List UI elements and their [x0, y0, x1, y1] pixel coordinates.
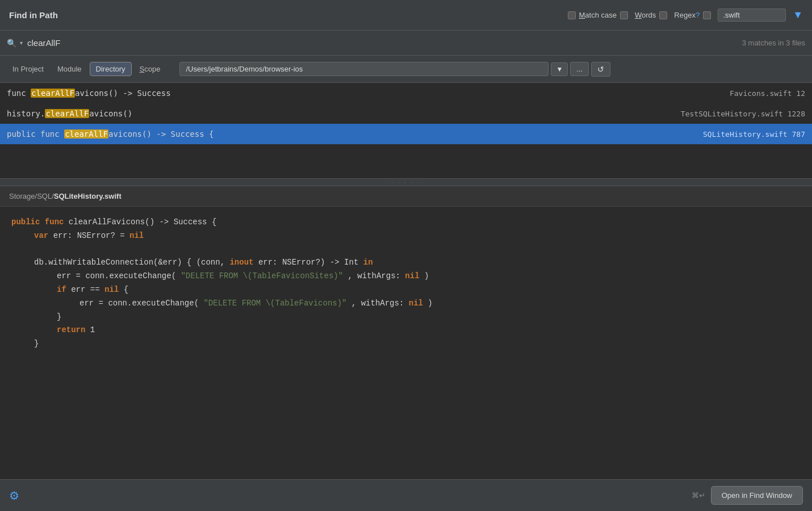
code-token: nil — [409, 299, 423, 308]
code-token: } — [34, 339, 39, 348]
regex-label: Regex? — [674, 11, 700, 19]
divider-dots: · · · · · — [391, 179, 421, 186]
tab-directory[interactable]: Directory — [90, 62, 132, 76]
match-case-underline: M — [579, 11, 585, 19]
result-match-1: clearAllF — [31, 89, 75, 98]
code-token: err: NSError?) -> Int — [258, 258, 363, 267]
code-token: func — [45, 217, 64, 227]
find-in-path-title: Find in Path — [9, 10, 58, 20]
code-token: inout — [229, 258, 253, 267]
table-row[interactable]: history.clearAllFavicons() TestSQLiteHis… — [0, 103, 812, 124]
file-filter-input[interactable] — [718, 9, 786, 22]
words-label: Words — [635, 11, 656, 19]
footer-bar: ⚙ ⌘↵ Open in Find Window — [0, 479, 812, 511]
code-line: db.withWritableConnection(&err) { (conn,… — [11, 256, 801, 270]
code-token: ) — [424, 271, 429, 280]
result-code-3: public func clearAllFavicons() -> Succes… — [7, 129, 703, 139]
code-line: err = conn.executeChange( "DELETE FROM \… — [11, 270, 801, 283]
code-line: if err == nil { — [11, 283, 801, 297]
code-token: "DELETE FROM \(TableFavicons)" — [203, 299, 346, 308]
header-options: Match case Words Regex? ▼ — [568, 9, 803, 22]
code-token: , withArgs: — [348, 271, 405, 280]
match-case-checkbox[interactable] — [568, 11, 576, 19]
tab-module[interactable]: Module — [52, 62, 87, 76]
match-case-checkbox2[interactable] — [620, 11, 628, 19]
tab-in-project[interactable]: In Project — [7, 62, 49, 76]
code-token: var — [34, 231, 48, 240]
result-match-2: clearAllF — [45, 109, 89, 118]
code-line: public func clearAllFavicons() -> Succes… — [11, 216, 801, 229]
code-token: ) — [428, 299, 432, 308]
match-count: 3 matches in 3 files — [742, 39, 805, 47]
result-suffix-2: avicons() — [89, 109, 132, 118]
code-token: err = conn.executeChange( — [57, 271, 176, 280]
directory-ellipsis-btn[interactable]: ... — [570, 62, 589, 76]
code-token: nil — [104, 285, 119, 294]
code-token: nil — [129, 231, 144, 240]
header-bar: Find in Path Match case Words Regex? ▼ — [0, 0, 812, 31]
search-bar: 🔍 ▾ clearAllF 3 matches in 3 files — [0, 31, 812, 56]
code-token: 1 — [90, 325, 95, 334]
code-line — [11, 243, 801, 257]
regex-group: Regex? — [674, 11, 711, 19]
match-case-group: Match case — [568, 11, 629, 19]
table-row[interactable]: func clearAllFavicons() -> Success Favic… — [0, 83, 812, 103]
result-suffix-3: avicons() -> Success { — [108, 129, 214, 139]
results-area: func clearAllFavicons() -> Success Favic… — [0, 83, 812, 178]
code-token: db.withWritableConnection(&err) { (conn, — [34, 258, 229, 267]
regex-checkbox[interactable] — [703, 11, 711, 19]
search-query[interactable]: clearAllF — [27, 38, 742, 48]
gear-icon[interactable]: ⚙ — [9, 489, 19, 502]
code-token: in — [363, 258, 373, 267]
code-line: var err: NSError? = nil — [11, 229, 801, 243]
words-underline: W — [635, 11, 642, 19]
result-file-1: Favicons.swift 12 — [730, 89, 805, 98]
result-code-2: history.clearAllFavicons() — [7, 109, 681, 118]
result-file-2: TestSQLiteHistory.swift 1228 — [681, 110, 805, 118]
tab-scope[interactable]: Scope — [134, 62, 166, 76]
code-token: clearAllFavicons() -> Success { — [69, 217, 216, 227]
result-suffix-1: avicons() -> Success — [75, 89, 171, 98]
code-line: return 1 — [11, 324, 801, 337]
directory-refresh-btn[interactable]: ↺ — [591, 62, 610, 77]
code-token: nil — [405, 271, 419, 280]
code-content: public func clearAllFavicons() -> Succes… — [0, 207, 812, 479]
shortcut-label: ⌘↵ — [692, 491, 705, 500]
directory-path-container: ▼ ... ↺ — [179, 62, 805, 77]
match-case-label: Match case — [579, 11, 617, 19]
code-token: err = conn.executeChange( — [79, 299, 199, 308]
filter-icon[interactable]: ▼ — [793, 9, 803, 21]
code-token: return — [57, 325, 85, 334]
code-token: err: NSError? = — [53, 231, 129, 240]
result-file-3: SQLiteHistory.swift 787 — [703, 130, 805, 139]
search-icon: 🔍 — [7, 39, 16, 48]
code-token: , withArgs: — [351, 299, 409, 308]
regex-question: ? — [696, 11, 700, 19]
directory-path-input[interactable] — [179, 62, 549, 76]
code-token: if — [57, 285, 66, 294]
divider[interactable]: · · · · · — [0, 178, 812, 186]
words-group: Words — [635, 11, 667, 19]
directory-dropdown-btn[interactable]: ▼ — [551, 62, 568, 76]
code-token: "DELETE FROM \(TableFaviconSites)" — [181, 271, 343, 280]
result-prefix-2: history. — [7, 109, 45, 118]
result-code-1: func clearAllFavicons() -> Success — [7, 89, 730, 98]
result-prefix-1: func — [7, 89, 31, 98]
table-row[interactable]: public func clearAllFavicons() -> Succes… — [0, 124, 812, 144]
code-line: } — [11, 337, 801, 351]
code-token: err == — [71, 285, 104, 294]
result-prefix-3: public func — [7, 129, 64, 139]
code-preview-header: Storage/SQL/SQLiteHistory.swift — [0, 186, 812, 207]
code-line: } — [11, 311, 801, 324]
code-line: err = conn.executeChange( "DELETE FROM \… — [11, 297, 801, 311]
words-checkbox[interactable] — [659, 11, 667, 19]
preview-path-bold: SQLiteHistory.swift — [54, 192, 122, 200]
code-token: } — [57, 312, 61, 321]
scope-bar: In Project Module Directory Scope ▼ ... … — [0, 56, 812, 83]
result-match-3: clearAllF — [64, 129, 108, 139]
search-dropdown-arrow[interactable]: ▾ — [20, 40, 23, 46]
open-find-window-button[interactable]: Open in Find Window — [711, 486, 803, 505]
code-token: public — [11, 217, 40, 227]
code-token: { — [124, 285, 128, 294]
preview-path-prefix: Storage/SQL/ — [9, 192, 54, 200]
